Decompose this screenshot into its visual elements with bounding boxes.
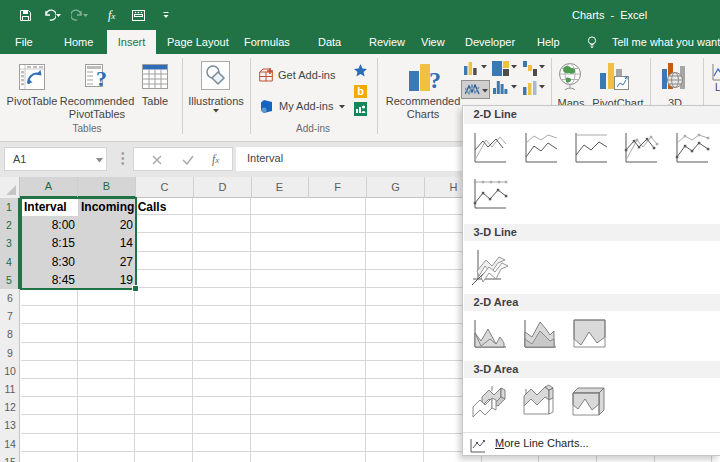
svg-text:L: L xyxy=(715,82,720,92)
svg-text:?: ? xyxy=(96,66,107,91)
svg-text:?: ? xyxy=(429,67,441,91)
